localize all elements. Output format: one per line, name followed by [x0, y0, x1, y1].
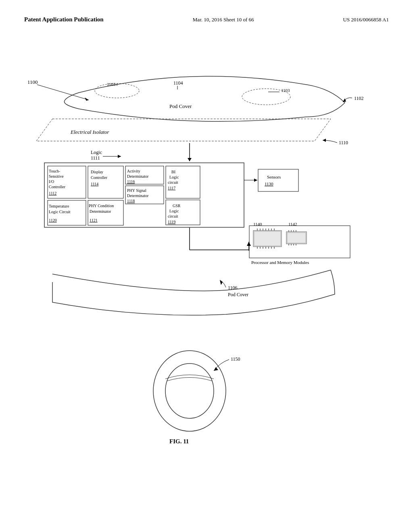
svg-marker-99	[220, 280, 223, 285]
svg-text:Display: Display	[91, 170, 103, 174]
svg-text:1103: 1103	[107, 82, 116, 87]
svg-text:Pod Cover: Pod Cover	[228, 292, 248, 297]
svg-rect-22	[44, 163, 244, 227]
svg-rect-29	[88, 166, 123, 198]
svg-text:GSR: GSR	[173, 204, 181, 208]
svg-text:1117: 1117	[168, 186, 175, 190]
svg-text:Determinator: Determinator	[90, 209, 111, 214]
svg-text:I/O: I/O	[49, 179, 54, 184]
svg-point-4	[242, 89, 290, 105]
svg-text:1110: 1110	[339, 140, 348, 145]
svg-text:Logic Circuit: Logic Circuit	[49, 210, 71, 214]
svg-line-1	[37, 85, 89, 100]
svg-text:Logic: Logic	[169, 175, 179, 179]
svg-marker-16	[323, 139, 326, 142]
svg-text:1119: 1119	[168, 220, 175, 224]
page-container: Patent Application Publication Mar. 10, …	[0, 0, 413, 532]
svg-text:FIG. 11: FIG. 11	[169, 438, 189, 445]
svg-text:circuit: circuit	[168, 214, 178, 218]
svg-rect-46	[166, 200, 200, 225]
svg-text:1121: 1121	[90, 218, 98, 222]
header: Patent Application Publication Mar. 10, …	[24, 16, 389, 23]
svg-text:Pod Cover: Pod Cover	[169, 103, 192, 109]
svg-rect-55	[88, 200, 123, 225]
svg-rect-82	[287, 233, 306, 243]
svg-text:Logic: Logic	[169, 209, 179, 213]
svg-text:1118: 1118	[127, 199, 135, 203]
svg-text:1114: 1114	[91, 182, 98, 186]
svg-rect-59	[258, 169, 298, 191]
svg-marker-2	[85, 98, 89, 101]
svg-text:PHY Condition: PHY Condition	[89, 204, 114, 208]
svg-text:Electrical Isolator: Electrical Isolator	[70, 129, 110, 135]
svg-text:1116: 1116	[127, 179, 135, 184]
svg-text:1120: 1120	[49, 218, 57, 222]
svg-rect-23	[48, 166, 86, 198]
svg-text:1111: 1111	[91, 155, 100, 161]
svg-rect-51	[48, 200, 86, 225]
svg-rect-42	[125, 186, 164, 204]
svg-marker-13	[343, 98, 346, 102]
svg-point-3	[95, 83, 139, 98]
svg-marker-21	[188, 158, 192, 161]
header-patent-number: US 2016/0066858 A1	[343, 17, 389, 23]
svg-text:Logic: Logic	[91, 150, 102, 155]
svg-rect-64	[249, 226, 350, 258]
svg-text:Determinator: Determinator	[127, 193, 149, 198]
svg-point-101	[153, 351, 226, 431]
svg-text:Sensors: Sensors	[267, 175, 281, 179]
svg-rect-37	[166, 166, 200, 198]
svg-text:1140: 1140	[253, 222, 262, 227]
svg-rect-81	[286, 232, 307, 244]
svg-text:1104: 1104	[173, 80, 183, 86]
svg-text:PHY Signal: PHY Signal	[127, 188, 146, 193]
header-title: Patent Application Publication	[24, 16, 104, 23]
svg-marker-63	[254, 179, 257, 182]
svg-text:1106: 1106	[228, 285, 238, 291]
svg-rect-33	[125, 166, 164, 184]
svg-rect-66	[254, 231, 281, 246]
svg-marker-97	[247, 242, 251, 246]
svg-text:BI: BI	[171, 170, 175, 174]
svg-text:Activity: Activity	[127, 169, 140, 173]
svg-text:Determinator: Determinator	[127, 174, 149, 179]
svg-text:1142: 1142	[288, 222, 297, 227]
svg-text:1102: 1102	[354, 96, 364, 101]
svg-text:1100: 1100	[27, 79, 38, 85]
svg-text:Processor and Memory Modules: Processor and Memory Modules	[251, 260, 309, 265]
svg-text:Temperature: Temperature	[49, 204, 69, 208]
svg-text:Touch-: Touch-	[49, 169, 60, 173]
svg-text:1103: 1103	[281, 88, 290, 93]
svg-text:1112: 1112	[49, 191, 56, 195]
svg-text:Sensitive: Sensitive	[49, 174, 64, 179]
svg-text:Controller: Controller	[91, 175, 108, 180]
svg-text:circuit: circuit	[168, 180, 178, 185]
svg-marker-19	[118, 155, 121, 158]
svg-rect-65	[253, 231, 282, 247]
svg-text:1130: 1130	[265, 181, 273, 186]
svg-text:1150: 1150	[231, 356, 240, 362]
svg-marker-104	[214, 367, 218, 371]
svg-point-102	[165, 364, 214, 418]
header-date-sheet: Mar. 10, 2016 Sheet 10 of 66	[193, 17, 254, 23]
svg-text:Controller: Controller	[49, 185, 66, 189]
